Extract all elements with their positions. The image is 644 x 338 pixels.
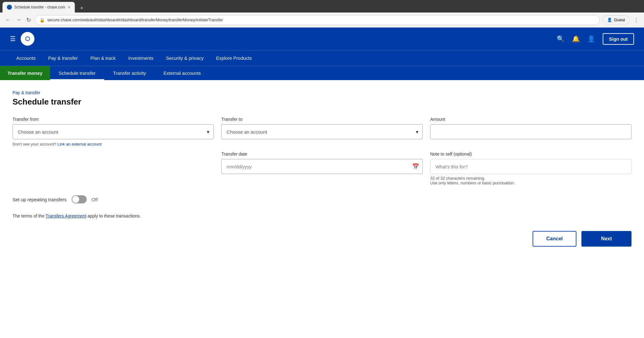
repeating-transfers-label: Set up repeating transfers bbox=[13, 197, 67, 202]
link-external-account-link[interactable]: Link an external account bbox=[57, 142, 101, 146]
amount-label: Amount bbox=[430, 117, 631, 122]
chase-logo: ⬡ bbox=[21, 32, 34, 46]
header-icons: 🔍 🔔 👤 bbox=[557, 35, 595, 43]
transfer-date-label: Transfer date bbox=[221, 151, 422, 156]
transfer-from-group: Transfer from Choose an account Don't se… bbox=[13, 117, 214, 146]
main-nav: Accounts Pay & transfer Plan & track Inv… bbox=[0, 50, 644, 66]
no-account-text: Don't see your account? Link an external… bbox=[13, 142, 214, 146]
nav-accounts[interactable]: Accounts bbox=[10, 50, 42, 66]
transfer-date-input[interactable] bbox=[221, 159, 422, 174]
tab-favicon bbox=[7, 5, 12, 10]
repeating-toggle[interactable] bbox=[72, 195, 87, 203]
nav-investments[interactable]: Investments bbox=[122, 50, 160, 66]
transfer-date-group: Transfer date 📅 bbox=[221, 151, 422, 174]
note-label: Note to self (optional) bbox=[430, 151, 631, 156]
address-bar-row: ← → ↻ 🔒 secure.chase.com/web/auth/dashbo… bbox=[0, 13, 644, 28]
nav-pay-transfer[interactable]: Pay & transfer bbox=[42, 50, 84, 66]
breadcrumb: Pay & transfer bbox=[13, 90, 631, 95]
search-icon[interactable]: 🔍 bbox=[557, 35, 565, 43]
nav-security-privacy[interactable]: Security & privacy bbox=[160, 50, 210, 66]
tab-transfer-activity[interactable]: Transfer activity bbox=[104, 66, 155, 80]
new-tab-button[interactable]: + bbox=[77, 4, 86, 13]
lock-icon: 🔒 bbox=[39, 18, 45, 23]
back-button[interactable]: ← bbox=[4, 15, 12, 24]
transfers-agreement-link[interactable]: Transfers Agreement bbox=[46, 213, 86, 218]
next-button[interactable]: Next bbox=[581, 231, 631, 247]
button-row: Cancel Next bbox=[13, 231, 631, 247]
repeating-transfers-row: Set up repeating transfers Off bbox=[13, 195, 631, 203]
char-hint: Use only letters, numbers or basic punct… bbox=[430, 181, 631, 185]
guest-icon: 👤 bbox=[607, 18, 612, 22]
sign-out-button[interactable]: Sign out bbox=[603, 33, 634, 45]
calendar-icon[interactable]: 📅 bbox=[412, 163, 419, 170]
address-text: secure.chase.com/web/auth/dashboard#/das… bbox=[47, 18, 595, 22]
transfer-form-row-2: Transfer date 📅 Note to self (optional) … bbox=[13, 151, 631, 185]
hamburger-menu-icon[interactable]: ☰ bbox=[10, 35, 16, 43]
tab-schedule-transfer[interactable]: Schedule transfer bbox=[50, 66, 105, 80]
transfer-to-select[interactable]: Choose an account bbox=[221, 124, 422, 139]
browser-menu-button[interactable]: ⋮ bbox=[632, 15, 640, 25]
page-title: Schedule transfer bbox=[13, 97, 631, 107]
note-group: Note to self (optional) 32 of 32 charact… bbox=[430, 151, 631, 185]
note-input[interactable] bbox=[430, 159, 631, 174]
chase-header: ☰ ⬡ 🔍 🔔 👤 Sign out bbox=[0, 28, 644, 50]
toggle-off-label: Off bbox=[92, 197, 98, 202]
amount-group: Amount bbox=[430, 117, 631, 139]
nav-explore-products[interactable]: Explore Products bbox=[210, 50, 258, 66]
address-bar[interactable]: 🔒 secure.chase.com/web/auth/dashboard#/d… bbox=[35, 15, 600, 25]
transfer-to-group: Transfer to Choose an account bbox=[221, 117, 422, 139]
profile-icon[interactable]: 👤 bbox=[587, 35, 595, 43]
transfer-form-row-1: Transfer from Choose an account Don't se… bbox=[13, 117, 631, 146]
chase-logo-text: ⬡ bbox=[25, 35, 30, 42]
transfer-from-label: Transfer from bbox=[13, 117, 214, 122]
transfer-to-label: Transfer to bbox=[221, 117, 422, 122]
tab-bar: Schedule transfer - chase.com × + bbox=[0, 0, 644, 13]
cancel-button[interactable]: Cancel bbox=[533, 231, 576, 247]
transfer-date-wrapper: 📅 bbox=[221, 159, 422, 174]
transfer-from-select[interactable]: Choose an account bbox=[13, 124, 214, 139]
tab-close-icon[interactable]: × bbox=[68, 5, 70, 10]
reload-button[interactable]: ↻ bbox=[25, 15, 32, 25]
page-content: Pay & transfer Schedule transfer Transfe… bbox=[0, 80, 644, 259]
nav-plan-track[interactable]: Plan & track bbox=[84, 50, 122, 66]
guest-label: Guest bbox=[614, 18, 625, 22]
notification-icon[interactable]: 🔔 bbox=[572, 35, 580, 43]
tab-external-accounts[interactable]: External accounts bbox=[155, 66, 210, 80]
sub-nav: Transfer money Schedule transfer Transfe… bbox=[0, 66, 644, 80]
transfer-from-select-wrapper: Choose an account bbox=[13, 124, 214, 139]
active-tab[interactable]: Schedule transfer - chase.com × bbox=[3, 2, 75, 13]
tab-title: Schedule transfer - chase.com bbox=[14, 5, 65, 9]
guest-button[interactable]: 👤 Guest bbox=[602, 15, 630, 24]
breadcrumb-parent[interactable]: Pay & transfer bbox=[13, 90, 40, 95]
transfer-money-button[interactable]: Transfer money bbox=[0, 66, 50, 80]
amount-input[interactable] bbox=[430, 124, 631, 139]
char-count: 32 of 32 characters remaining. bbox=[430, 176, 631, 181]
terms-text: The terms of the Transfers Agreement app… bbox=[13, 213, 631, 218]
transfer-to-select-wrapper: Choose an account bbox=[221, 124, 422, 139]
forward-button[interactable]: → bbox=[14, 15, 23, 24]
